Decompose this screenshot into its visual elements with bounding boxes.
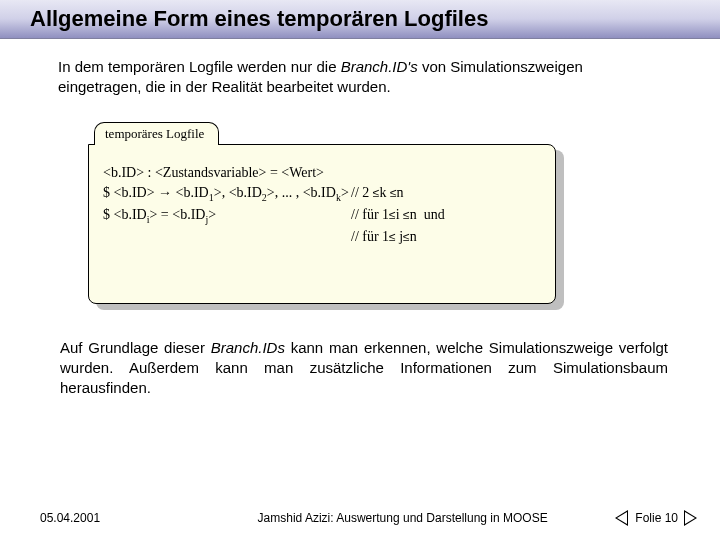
footer-author: Jamshid Azizi: Auswertung und Darstellun… bbox=[190, 511, 615, 525]
file-line-3: $ <b.IDi> = <b.IDj>// für 1≤i ≤n und bbox=[103, 205, 541, 227]
logfile-illustration: temporäres Logfile <b.ID> : <Zustandsvar… bbox=[88, 122, 558, 304]
file-body: <b.ID> : <Zustandsvariable> = <Wert> $ <… bbox=[88, 144, 556, 304]
next-slide-icon[interactable] bbox=[684, 510, 698, 526]
intro-text-1: In dem temporären Logfile werden nur die bbox=[58, 58, 341, 75]
outro-paragraph: Auf Grundlage dieser Branch.IDs kann man… bbox=[58, 338, 670, 399]
file-line-2: $ <b.ID> → <b.ID1>, <b.ID2>, ... , <b.ID… bbox=[103, 183, 541, 205]
footer-page: Folie 10 bbox=[635, 511, 678, 525]
file-tab: temporäres Logfile bbox=[94, 122, 219, 145]
content-area: In dem temporären Logfile werden nur die… bbox=[0, 39, 720, 398]
slide-title: Allgemeine Form eines temporären Logfile… bbox=[30, 6, 720, 32]
footer-date: 05.04.2001 bbox=[40, 511, 190, 525]
outro-italic: Branch.IDs bbox=[211, 339, 285, 356]
file-line-1: <b.ID> : <Zustandsvariable> = <Wert> bbox=[103, 163, 541, 183]
footer-nav: Folie 10 bbox=[615, 510, 698, 526]
title-bar: Allgemeine Form eines temporären Logfile… bbox=[0, 0, 720, 39]
outro-text-1: Auf Grundlage dieser bbox=[60, 339, 211, 356]
file-line-4: // für 1≤ j≤n bbox=[103, 227, 541, 247]
footer: 05.04.2001 Jamshid Azizi: Auswertung und… bbox=[0, 510, 720, 526]
intro-paragraph: In dem temporären Logfile werden nur die… bbox=[58, 57, 670, 98]
intro-italic: Branch.ID's bbox=[341, 58, 418, 75]
prev-slide-icon[interactable] bbox=[615, 510, 629, 526]
